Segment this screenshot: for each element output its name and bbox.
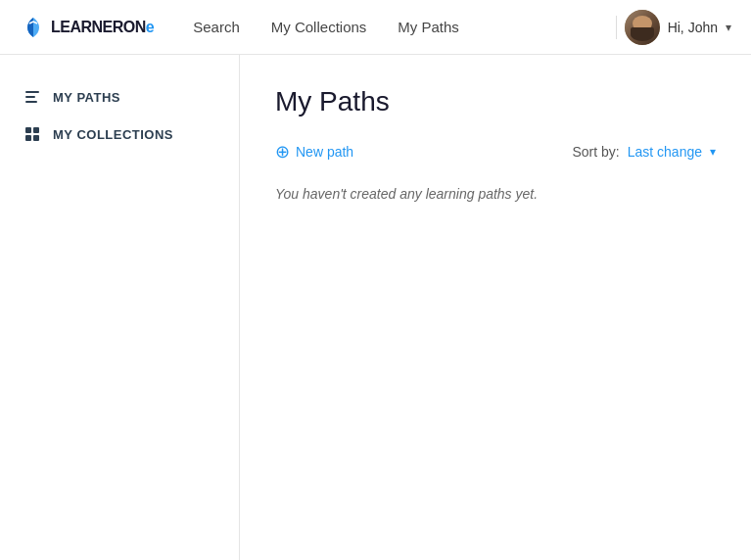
svg-rect-6 <box>33 135 39 141</box>
collections-icon <box>23 125 41 143</box>
logo-text: LEARNERONe <box>51 19 154 36</box>
empty-message: You haven't created any learning paths y… <box>275 186 716 202</box>
sort-by-label: Sort by: <box>572 144 619 160</box>
user-menu[interactable]: Hi, John ▾ <box>625 10 731 45</box>
new-path-plus-icon: ⊕ <box>275 141 290 163</box>
new-path-button[interactable]: ⊕ New path <box>275 141 353 163</box>
navbar: LEARNERONe Search My Collections My Path… <box>0 0 751 55</box>
sidebar-item-my-collections[interactable]: MY COLLECTIONS <box>0 116 239 153</box>
paths-icon <box>23 88 41 106</box>
sidebar-collections-label: MY COLLECTIONS <box>53 127 173 142</box>
hi-text: Hi, John <box>668 20 718 35</box>
paths-nav-link[interactable]: My Paths <box>398 19 459 35</box>
user-menu-chevron-icon: ▾ <box>726 21 731 34</box>
svg-rect-1 <box>25 96 35 98</box>
search-nav-link[interactable]: Search <box>193 19 240 35</box>
collections-nav-link[interactable]: My Collections <box>271 19 367 35</box>
sort-chevron-icon[interactable]: ▾ <box>710 145 716 159</box>
sidebar: MY PATHS MY COLLECTIONS <box>0 55 240 560</box>
svg-rect-2 <box>25 101 37 103</box>
svg-rect-4 <box>33 127 39 133</box>
main-layout: MY PATHS MY COLLECTIONS My Paths ⊕ New p… <box>0 55 751 560</box>
svg-rect-3 <box>25 127 31 133</box>
logo[interactable]: LEARNERONe <box>20 14 154 41</box>
toolbar: ⊕ New path Sort by: Last change ▾ <box>275 141 716 163</box>
sort-value[interactable]: Last change <box>628 144 702 160</box>
nav-divider <box>616 16 617 39</box>
nav-links: Search My Collections My Paths <box>193 19 607 35</box>
new-path-label: New path <box>296 144 353 160</box>
avatar <box>625 10 660 45</box>
page-title: My Paths <box>275 86 716 117</box>
sort-area: Sort by: Last change ▾ <box>572 144 716 160</box>
svg-rect-0 <box>25 91 39 93</box>
sidebar-item-my-paths[interactable]: MY PATHS <box>0 78 239 116</box>
logo-icon <box>20 14 47 41</box>
sidebar-paths-label: MY PATHS <box>53 90 120 105</box>
svg-rect-5 <box>25 135 31 141</box>
main-content: My Paths ⊕ New path Sort by: Last change… <box>240 55 751 560</box>
